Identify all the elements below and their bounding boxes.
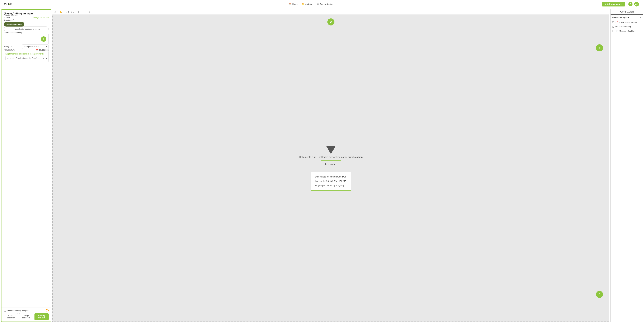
vis-unterschrift-checkbox[interactable] [612, 30, 614, 32]
kategorie-label: Kategorie [4, 45, 12, 48]
step-badge-3: 3 [596, 44, 603, 52]
weiteren-auftrag-label: Weiteren Auftrag anlegen [7, 310, 28, 312]
next-page-button[interactable]: › [72, 10, 75, 14]
mich-hinzufuegen-button[interactable]: Mich hinzufügen [4, 22, 24, 26]
info-line2: Maximale Datei Größe: 100 MB [315, 179, 346, 183]
right-panel: PLATZHALTER Visualisierungsart ∧ 🚫 Keine… [610, 10, 643, 322]
home-icon: 🏠 [289, 3, 291, 5]
platzhalter-tab[interactable]: PLATZHALTER [610, 10, 643, 15]
document-icon: 📄 [616, 30, 618, 32]
nav-auftraege[interactable]: 📁 Aufträge [302, 3, 313, 5]
vis-option-keine[interactable]: 🚫 Keine Visualisierung [610, 20, 643, 24]
vis-options: 🚫 Keine Visualisierung 👁 Visualisierung … [610, 20, 643, 33]
left-panel: Neuen Auftrag anlegen Standard Prozess V… [1, 10, 51, 322]
action-buttons-row: Entwurf speichern Vorlage speichern Auft… [4, 313, 48, 320]
vorlage-label: Vorlage [4, 16, 10, 18]
empfaenger-signed-section: Empfänger des unterschriebenen Dokuments… [4, 51, 48, 62]
nav-auftraege-label: Aufträge [305, 3, 313, 5]
entscheidung-button[interactable]: + Entscheidungsebene anlegen [4, 26, 48, 31]
vorlage-row: Vorlage Vorlage auswählen [4, 16, 48, 19]
document-toolbar: A ✋ ‹ 1 / 1 › ⊕ ⛶ ⊖ [52, 10, 609, 14]
kategorie-row: Kategorie Kategorie wählen [4, 44, 48, 49]
empfaenger-signed-input[interactable] [6, 56, 45, 60]
collapse-button[interactable]: ∧ [640, 16, 641, 19]
auftragsbeschreibung-label: Auftragsbeschreibung [4, 32, 22, 34]
ablaufdatum-label: Ablaufdatum [4, 49, 14, 51]
vis-visualisierung-checkbox[interactable] [612, 26, 614, 28]
ablaufdatum-field[interactable]: 📅 11.03.2025 [36, 49, 48, 51]
empfaenger-signed-input-row: ▾ [6, 56, 47, 60]
new-order-button[interactable]: + Auftrag anlegen [602, 2, 625, 6]
vis-option-visualisierung[interactable]: 👁 Visualisierung [610, 24, 643, 29]
empfaenger-signed-title: Empfänger des unterschriebenen Dokuments [6, 53, 47, 55]
step-badge-1: 1 [41, 36, 46, 42]
nav-administration-label: Administration [320, 3, 333, 5]
main-layout: Neuen Auftrag anlegen Standard Prozess V… [0, 8, 644, 323]
browse-link[interactable]: durchsuchen [348, 156, 362, 158]
avatar: AH [634, 2, 639, 6]
avatar-dropdown[interactable]: AH ▾ [634, 2, 640, 6]
header-right: ? AH ▾ [628, 2, 640, 6]
calendar-icon: 📅 [36, 49, 38, 51]
browse-box[interactable]: durchsuchen [321, 160, 341, 168]
upload-bar [326, 146, 335, 147]
center-panel: A ✋ ‹ 1 / 1 › ⊕ ⛶ ⊖ 2 3 4 [52, 10, 609, 322]
document-area[interactable]: 2 3 4 Dokumente zum Hochladen hier ableg… [52, 14, 609, 322]
vis-keine-label: Keine Visualisierung [620, 21, 637, 24]
left-panel-content: Neuen Auftrag anlegen Standard Prozess V… [4, 12, 48, 75]
auftraege-icon: 📁 [302, 3, 304, 5]
fit-page-button[interactable]: ⛶ [82, 10, 86, 14]
nav-home-label: Home [292, 3, 298, 5]
vorlage-speichern-button[interactable]: Vorlage speichern [19, 313, 33, 320]
entwurf-speichern-button[interactable]: Entwurf speichern [4, 313, 18, 320]
page-indicator: 1 / 1 [68, 11, 72, 13]
visualisierungsart-section: Visualisierungsart ∧ [610, 15, 643, 20]
info-line3: Ungültige Zeichen: [^<>:;?\"*|/]+ [315, 183, 346, 188]
main-nav: 🏠 Home 📁 Aufträge ⚙ Administration [20, 3, 602, 5]
browse-box-text: durchsuchen [324, 163, 337, 166]
auftrag-senden-button[interactable]: Auftrag senden [34, 314, 48, 320]
nav-home[interactable]: 🏠 Home [289, 3, 298, 5]
help-button[interactable]: ? [628, 2, 632, 6]
ablaufdatum-row: Ablaufdatum 📅 11.03.2025 [4, 49, 48, 51]
gear-icon: ⚙ [317, 3, 319, 5]
zoom-in-button[interactable]: ⊕ [76, 10, 80, 14]
eye-icon: 👁 [616, 25, 618, 28]
upload-text: Dokumente zum Hochladen hier ablegen ode… [299, 156, 362, 158]
ablaufdatum-value: 11.03.2025 [39, 49, 48, 51]
vis-unterschrift-label: Unterschriftenblatt [620, 30, 635, 32]
chevron-down-icon: ▾ [640, 3, 640, 5]
logo[interactable]: MO›IS [4, 2, 14, 6]
upload-zone[interactable]: Dokumente zum Hochladen hier ablegen ode… [299, 146, 362, 168]
upload-icon [326, 146, 335, 154]
prev-page-button[interactable]: ‹ [65, 10, 68, 14]
vis-option-unterschrift[interactable]: 📄 Unterschriftenblatt [610, 29, 643, 33]
text-tool-button[interactable]: A [54, 10, 57, 14]
empfaenger-dropdown-icon[interactable]: ▾ [46, 57, 47, 60]
vis-visualisierung-label: Visualisierung [619, 26, 631, 28]
empfaenger-label: Empfänger* [4, 19, 14, 21]
page-nav: ‹ 1 / 1 › [65, 10, 75, 14]
vorlage-auswahlen-link[interactable]: Vorlage auswählen [32, 16, 48, 18]
kategorie-select[interactable]: Kategorie wählen [22, 44, 48, 49]
file-info-box: Diese Dateien sind erlaubt: PDF Maximale… [310, 172, 351, 191]
header: MO›IS 🏠 Home 📁 Aufträge ⚙ Administration… [0, 0, 644, 8]
info-line1: Diese Dateien sind erlaubt: PDF [315, 174, 346, 179]
weiteren-auftrag-row: Weiteren Auftrag anlegen i [4, 309, 48, 312]
zoom-out-button[interactable]: ⊖ [88, 10, 92, 14]
info-icon: i [46, 309, 48, 312]
upload-arrow [327, 147, 335, 154]
visualisierungsart-title: Visualisierungsart [612, 17, 629, 19]
vis-keine-checkbox[interactable] [612, 21, 614, 23]
empfaenger-controls: Mich hinzufügen [4, 22, 48, 26]
step-badge-4: 4 [596, 291, 603, 298]
no-vis-icon: 🚫 [616, 21, 618, 24]
empfaenger-section-header: Empfänger* Mich hinzufügen 1 [4, 19, 48, 26]
left-panel-bottom: Weiteren Auftrag anlegen i Entwurf speic… [2, 308, 51, 322]
nav-administration[interactable]: ⚙ Administration [317, 3, 333, 5]
hand-tool-button[interactable]: ✋ [59, 10, 63, 14]
step-badge-2: 2 [328, 18, 334, 26]
weiteren-auftrag-checkbox[interactable] [4, 310, 6, 312]
